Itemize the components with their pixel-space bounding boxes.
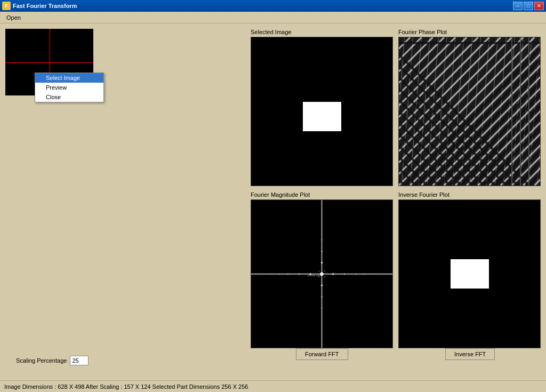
svg-point-94 bbox=[324, 270, 325, 271]
bottom-controls: Scaling Percentage Forward FFT Inverse F… bbox=[0, 331, 546, 365]
svg-point-83 bbox=[332, 273, 334, 275]
svg-point-92 bbox=[322, 308, 323, 309]
inverse-fourier-rect bbox=[451, 259, 489, 289]
svg-text:040280 40280: 040280 40280 bbox=[308, 274, 323, 277]
selected-image-rect bbox=[303, 102, 341, 131]
fourier-phase-canvas bbox=[398, 37, 541, 186]
inverse-fft-button[interactable]: Inverse FFT bbox=[445, 348, 495, 360]
scaling-label: Scaling Percentage bbox=[16, 357, 67, 364]
svg-point-84 bbox=[344, 273, 345, 274]
svg-point-88 bbox=[321, 251, 322, 252]
svg-point-96 bbox=[324, 276, 325, 277]
phase-svg bbox=[399, 37, 540, 186]
main-content: Select Image Preview Close Selected Imag… bbox=[0, 23, 546, 380]
app-icon: F bbox=[2, 2, 11, 10]
fourier-magnitude-label: Fourier Magnitude Plot bbox=[251, 191, 393, 198]
menu-item-select-image[interactable]: Select Image bbox=[35, 73, 103, 83]
fourier-phase-label: Fourier Phase Plot bbox=[398, 29, 541, 35]
svg-point-87 bbox=[321, 261, 323, 263]
svg-point-102 bbox=[262, 274, 263, 274]
selected-image-section: Selected Image bbox=[251, 29, 393, 186]
fourier-magnitude-canvas: 040280 40280 bbox=[251, 199, 393, 349]
fourier-phase-section: Fourier Phase Plot bbox=[398, 29, 541, 186]
menu-item-preview[interactable]: Preview bbox=[35, 83, 103, 92]
open-menu[interactable]: Open bbox=[2, 13, 25, 22]
menu-bar: Open bbox=[0, 12, 546, 23]
svg-point-99 bbox=[364, 274, 365, 275]
selected-image-canvas bbox=[251, 37, 393, 186]
title-bar-left: F Fast Fourier Transform bbox=[2, 2, 77, 10]
inverse-fourier-section: Inverse Fourier Plot bbox=[398, 191, 541, 349]
status-text: Image Dimensions : 628 X 498 After Scali… bbox=[4, 383, 248, 390]
svg-point-86 bbox=[355, 274, 356, 275]
svg-point-89 bbox=[321, 284, 323, 286]
selected-image-label: Selected Image bbox=[251, 29, 393, 35]
svg-point-98 bbox=[270, 274, 271, 274]
window-controls: ─ □ ✕ bbox=[513, 2, 544, 10]
inverse-fourier-canvas bbox=[398, 199, 541, 349]
context-menu: Select Image Preview Close bbox=[35, 73, 104, 102]
forward-fft-button[interactable]: Forward FFT bbox=[296, 348, 348, 360]
magnitude-svg: 040280 40280 bbox=[251, 200, 392, 348]
svg-point-90 bbox=[321, 296, 322, 297]
svg-point-91 bbox=[322, 239, 323, 240]
svg-point-100 bbox=[372, 274, 373, 274]
svg-point-97 bbox=[279, 274, 280, 275]
scaling-area: Scaling Percentage bbox=[16, 356, 89, 365]
inverse-fourier-label: Inverse Fourier Plot bbox=[398, 191, 541, 198]
title-text: Fast Fourier Transform bbox=[13, 3, 77, 9]
menu-item-close[interactable]: Close bbox=[35, 92, 103, 102]
svg-point-82 bbox=[299, 273, 300, 274]
fourier-magnitude-section: Fourier Magnitude Plot bbox=[251, 191, 393, 349]
title-bar: F Fast Fourier Transform ─ □ ✕ bbox=[0, 0, 546, 12]
panels: Selected Image Fourier Phase Plot bbox=[251, 29, 541, 330]
close-button[interactable]: ✕ bbox=[534, 2, 544, 10]
svg-point-101 bbox=[381, 274, 381, 274]
scaling-input[interactable] bbox=[70, 356, 89, 365]
status-bar: Image Dimensions : 628 X 498 After Scali… bbox=[0, 380, 546, 392]
maximize-button[interactable]: □ bbox=[524, 2, 533, 10]
minimize-button[interactable]: ─ bbox=[513, 2, 523, 10]
svg-point-85 bbox=[287, 274, 288, 275]
svg-point-93 bbox=[318, 270, 319, 271]
